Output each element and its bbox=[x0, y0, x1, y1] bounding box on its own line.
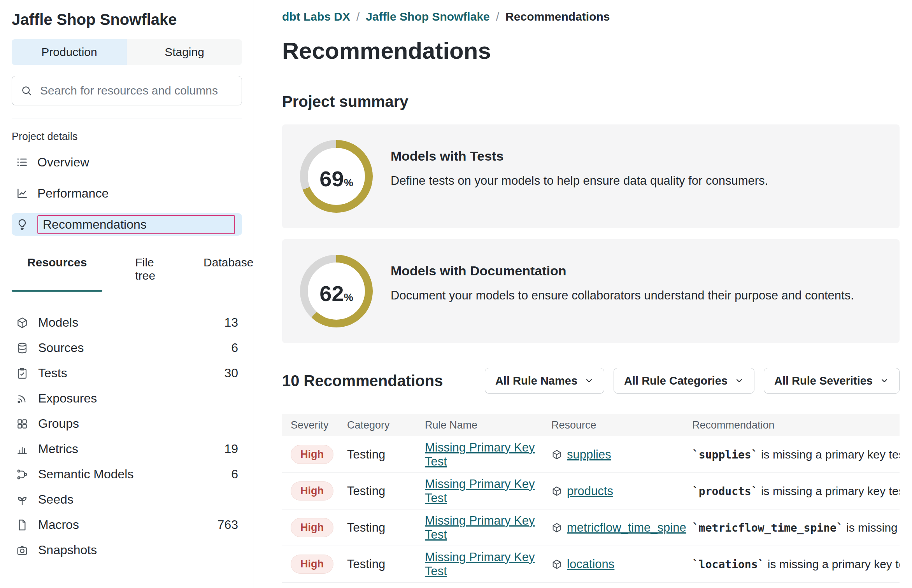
sidebar-item-tests[interactable]: Tests 30 bbox=[12, 360, 242, 386]
tab-file-tree[interactable]: File tree bbox=[119, 256, 171, 291]
sidebar-item-models[interactable]: Models 13 bbox=[12, 310, 242, 335]
resource-label: Snapshots bbox=[38, 543, 97, 557]
severity-badge: High bbox=[291, 481, 333, 500]
filters: All Rule Names All Rule Categories All R… bbox=[485, 368, 900, 394]
cube-icon bbox=[551, 486, 562, 497]
lightbulb-icon bbox=[16, 218, 29, 231]
card-description: Define tests on your models to help ensu… bbox=[391, 174, 768, 188]
main-content: dbt Labs DX / Jaffle Shop Snowflake / Re… bbox=[254, 0, 912, 588]
clipboard-check-icon bbox=[16, 367, 29, 380]
sidebar-item-performance[interactable]: Performance bbox=[12, 178, 242, 209]
resource-label: Seeds bbox=[38, 492, 74, 507]
filter-rule-severities-dropdown[interactable]: All Rule Severities bbox=[764, 368, 900, 394]
sidebar-item-groups[interactable]: Groups bbox=[12, 411, 242, 436]
resource-label: Groups bbox=[38, 416, 79, 431]
recommendation-cell: `metricflow_time_spine` is missing a pri… bbox=[684, 521, 900, 534]
resource-count: 6 bbox=[231, 467, 238, 481]
donut-chart-documentation: 62% bbox=[300, 255, 373, 327]
recommendations-heading: 10 Recommendations bbox=[282, 372, 443, 390]
project-summary-heading: Project summary bbox=[282, 93, 900, 110]
filter-rule-names-dropdown[interactable]: All Rule Names bbox=[485, 368, 604, 394]
project-details-label: Project details bbox=[12, 131, 242, 143]
sidebar-item-label: Performance bbox=[37, 186, 109, 201]
sidebar-item-snapshots[interactable]: Snapshots bbox=[12, 537, 242, 563]
col-header-rule-name: Rule Name bbox=[416, 419, 543, 431]
sidebar-item-metrics[interactable]: Metrics 19 bbox=[12, 436, 242, 462]
sidebar-item-overview[interactable]: Overview bbox=[12, 147, 242, 178]
page-title: Recommendations bbox=[282, 37, 900, 64]
donut-chart-tests: 69% bbox=[300, 140, 373, 213]
breadcrumb-link-account[interactable]: dbt Labs DX bbox=[282, 10, 350, 23]
resource-count: 6 bbox=[231, 341, 238, 355]
sidebar-item-seeds[interactable]: Seeds bbox=[12, 487, 242, 512]
resource-link[interactable]: products bbox=[567, 484, 613, 498]
sidebar-item-exposures[interactable]: Exposures bbox=[12, 386, 242, 411]
resource-list: Models 13 Sources 6 Tests 30 Exposures bbox=[12, 310, 242, 563]
cube-icon bbox=[551, 559, 562, 570]
sidebar-item-label: Recommendations bbox=[37, 215, 235, 234]
recommendation-cell: `products` is missing a primary key test… bbox=[684, 485, 900, 498]
resource-label: Metrics bbox=[38, 442, 78, 456]
severity-badge: High bbox=[291, 518, 333, 537]
col-header-severity: Severity bbox=[282, 419, 338, 431]
resource-label: Sources bbox=[38, 341, 84, 355]
breadcrumb-link-project[interactable]: Jaffle Shop Snowflake bbox=[366, 10, 489, 23]
breadcrumb: dbt Labs DX / Jaffle Shop Snowflake / Re… bbox=[282, 10, 900, 23]
tab-staging[interactable]: Staging bbox=[127, 39, 242, 65]
rule-name-link[interactable]: Missing Primary Key Test bbox=[425, 477, 535, 505]
card-text: Models with Documentation Document your … bbox=[391, 263, 854, 303]
sidebar-divider bbox=[12, 119, 242, 119]
resource-count: 13 bbox=[224, 315, 238, 330]
card-title: Models with Documentation bbox=[391, 263, 854, 278]
table-header-row: Severity Category Rule Name Resource Rec… bbox=[282, 414, 900, 436]
search-input[interactable] bbox=[39, 84, 233, 98]
cube-icon bbox=[551, 522, 562, 533]
tab-resources[interactable]: Resources bbox=[12, 256, 102, 291]
recommendations-header: 10 Recommendations All Rule Names All Ru… bbox=[282, 368, 900, 394]
resource-label: Models bbox=[38, 315, 78, 330]
search-icon bbox=[21, 85, 32, 96]
rule-name-link[interactable]: Missing Primary Key Test bbox=[425, 441, 535, 468]
table-row: High Testing Missing Primary Key Test me… bbox=[282, 509, 900, 546]
environment-tabs: Production Staging bbox=[12, 39, 242, 65]
resource-link[interactable]: locations bbox=[567, 557, 614, 571]
rule-name-link[interactable]: Missing Primary Key Test bbox=[425, 550, 535, 578]
recommendation-cell: `supplies` is missing a primary key test… bbox=[684, 448, 900, 461]
category-cell: Testing bbox=[338, 557, 416, 571]
tab-production[interactable]: Production bbox=[12, 39, 127, 65]
search-box[interactable] bbox=[12, 76, 242, 105]
breadcrumb-separator: / bbox=[356, 10, 360, 23]
donut-value: 62% bbox=[308, 262, 365, 320]
category-cell: Testing bbox=[338, 484, 416, 498]
table-row: High Testing Missing Primary Key Test lo… bbox=[282, 546, 900, 583]
cube-icon bbox=[16, 317, 29, 329]
file-icon bbox=[16, 519, 29, 531]
breadcrumb-separator: / bbox=[496, 10, 499, 23]
tab-database[interactable]: Database bbox=[188, 256, 269, 291]
filter-rule-categories-dropdown[interactable]: All Rule Categories bbox=[614, 368, 754, 394]
breadcrumb-current: Recommendations bbox=[505, 10, 610, 23]
sprout-icon bbox=[16, 494, 29, 506]
summary-card-models-with-documentation: 62% Models with Documentation Document y… bbox=[282, 239, 900, 343]
chevron-down-icon bbox=[735, 376, 744, 385]
severity-badge: High bbox=[291, 555, 333, 574]
resource-label: Exposures bbox=[38, 391, 97, 406]
resource-label: Macros bbox=[38, 518, 79, 532]
camera-icon bbox=[16, 544, 29, 556]
resource-link[interactable]: supplies bbox=[567, 448, 611, 462]
chevron-down-icon bbox=[584, 376, 594, 385]
performance-chart-icon bbox=[16, 187, 29, 200]
severity-badge: High bbox=[291, 445, 333, 464]
sidebar-item-sources[interactable]: Sources 6 bbox=[12, 335, 242, 360]
rule-name-link[interactable]: Missing Primary Key Test bbox=[425, 514, 535, 541]
sidebar-item-macros[interactable]: Macros 763 bbox=[12, 512, 242, 537]
col-header-recommendation: Recommendation bbox=[684, 419, 900, 431]
bar-chart-icon bbox=[16, 443, 29, 455]
cube-icon bbox=[551, 449, 562, 460]
sidebar-item-semantic-models[interactable]: Semantic Models 6 bbox=[12, 462, 242, 487]
resource-link[interactable]: metricflow_time_spine bbox=[567, 521, 686, 535]
sidebar-item-label: Overview bbox=[37, 155, 89, 170]
resource-label: Semantic Models bbox=[38, 467, 133, 481]
sidebar-item-recommendations[interactable]: Recommendations bbox=[12, 213, 242, 236]
recommendations-table: Severity Category Rule Name Resource Rec… bbox=[282, 414, 900, 583]
